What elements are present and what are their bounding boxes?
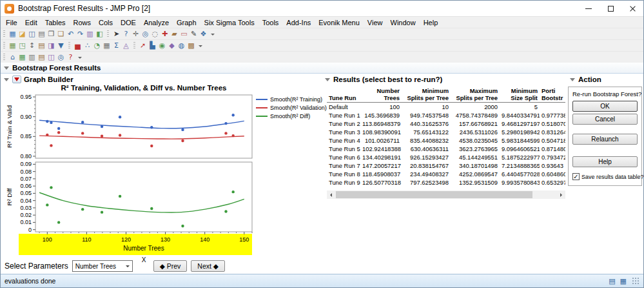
- tabulate-icon[interactable]: ▦: [102, 41, 112, 51]
- new-data-table-icon[interactable]: ▦: [8, 29, 17, 39]
- ok-button[interactable]: OK: [572, 101, 638, 112]
- toolbar-overflow-icon[interactable]: [210, 29, 216, 39]
- toolbar-overflow-icon[interactable]: [197, 41, 204, 51]
- disclosure-triangle-icon[interactable]: [4, 78, 9, 81]
- subset-icon[interactable]: ◳: [17, 41, 27, 51]
- data-table-window-icon[interactable]: ▦: [17, 52, 27, 63]
- toolbar-overflow-icon[interactable]: [77, 52, 83, 63]
- disclosure-triangle-icon[interactable]: [570, 78, 575, 81]
- contour-plot-icon[interactable]: ◍: [177, 41, 186, 51]
- script-editor-icon[interactable]: ▤: [37, 52, 46, 63]
- data-point[interactable]: [101, 135, 103, 138]
- data-point[interactable]: [181, 225, 184, 227]
- overlay-plot-icon[interactable]: ◉: [157, 41, 167, 51]
- menu-doe[interactable]: DOE: [117, 19, 140, 26]
- help-tool-icon[interactable]: ?: [121, 29, 131, 39]
- column-header[interactable]: MinimumSize Split: [500, 87, 540, 103]
- table-row[interactable]: Tune Run 4101.0026711835.440882324538.02…: [327, 136, 565, 145]
- legend-item[interactable]: Smooth(R² Training): [256, 95, 320, 103]
- table-row[interactable]: Tune Run 5102.92418388630.406363113623.2…: [327, 145, 565, 153]
- journal-icon[interactable]: ▥: [85, 29, 95, 39]
- table-row[interactable]: Tune Run 1145.3696839949.745375484758.74…: [327, 111, 565, 119]
- paste-icon[interactable]: ❏: [56, 29, 66, 39]
- toolbar-grip[interactable]: [68, 42, 70, 50]
- table-row[interactable]: Tune Run 8118.45908037234.494083274252.0…: [327, 170, 565, 178]
- data-point[interactable]: [231, 134, 234, 137]
- close-button[interactable]: [621, 1, 643, 16]
- arrange-windows-icon[interactable]: ◫: [46, 52, 56, 63]
- data-point[interactable]: [150, 145, 153, 147]
- y-axis-label[interactable]: R² Diff: [6, 188, 13, 205]
- layout-icon[interactable]: ◧: [95, 29, 104, 39]
- fit-y-by-x-icon[interactable]: ∴: [83, 41, 92, 51]
- data-point[interactable]: [150, 207, 153, 210]
- menu-window[interactable]: Window: [387, 19, 420, 26]
- column-header[interactable]: Tune Run: [327, 87, 360, 103]
- table-row[interactable]: Tune Run 3108.9839009175.651431222436.53…: [327, 128, 565, 136]
- eraser-tool-icon[interactable]: ▭: [179, 29, 189, 39]
- menu-rows[interactable]: Rows: [70, 19, 95, 26]
- y-axis-label[interactable]: R² Train & Valid: [6, 105, 13, 148]
- next-button[interactable]: Next ◆: [191, 260, 225, 272]
- data-point[interactable]: [81, 208, 84, 211]
- fit-model-icon[interactable]: Σ: [112, 41, 121, 51]
- disclosure-triangle-icon[interactable]: [325, 78, 330, 81]
- resize-grip-icon[interactable]: [632, 277, 639, 285]
- annotate-tool-icon[interactable]: ✎: [189, 29, 199, 39]
- menu-help[interactable]: Help: [420, 19, 442, 26]
- table-row[interactable]: Tune Run 9126.50770318797.625234981352.9…: [327, 178, 565, 187]
- red-triangle-menu-button[interactable]: [12, 76, 21, 83]
- join-icon[interactable]: ◨: [46, 41, 56, 51]
- summary-icon[interactable]: ▦: [8, 41, 17, 51]
- selection-tool-icon[interactable]: ❖: [199, 29, 208, 39]
- menu-cols[interactable]: Cols: [95, 19, 117, 26]
- toolbar-grip[interactable]: [107, 30, 109, 38]
- stack-icon[interactable]: ▤: [37, 41, 46, 51]
- toolbar-grip[interactable]: [133, 42, 135, 50]
- lasso-tool-icon[interactable]: ◌: [150, 29, 160, 39]
- scatterplot-3d-icon[interactable]: ◆: [167, 41, 177, 51]
- data-point[interactable]: [101, 211, 103, 213]
- maximize-button[interactable]: [600, 1, 621, 16]
- column-header[interactable]: PortiBootstr: [540, 87, 565, 103]
- undo-icon[interactable]: ↶: [66, 29, 75, 39]
- table-row[interactable]: Default1001020005: [327, 103, 565, 111]
- scroll-right-button[interactable]: [557, 190, 565, 199]
- column-header[interactable]: NumberTrees: [360, 87, 402, 103]
- prev-button[interactable]: ◆ Prev: [153, 260, 188, 272]
- plot-frame[interactable]: [35, 162, 252, 232]
- arrow-tool-icon[interactable]: ➤: [112, 29, 121, 39]
- data-point[interactable]: [150, 126, 153, 129]
- save-results-checkbox-row[interactable]: Save results data table?: [572, 173, 638, 180]
- parameter-dropdown[interactable]: Number Trees: [72, 260, 133, 272]
- relaunch-button[interactable]: Relaunch: [572, 134, 638, 145]
- data-point[interactable]: [119, 195, 121, 198]
- smooth-line[interactable]: [39, 120, 244, 129]
- data-point[interactable]: [57, 127, 60, 130]
- data-point[interactable]: [81, 121, 84, 123]
- log-window-icon[interactable]: ▥: [27, 52, 37, 63]
- crosshair-tool-icon[interactable]: ✚: [160, 29, 170, 39]
- data-filter-icon[interactable]: ▼: [56, 41, 66, 51]
- menu-tables[interactable]: Tables: [41, 19, 70, 26]
- column-header[interactable]: MaximumSplits per Tree: [451, 87, 500, 103]
- sort-icon[interactable]: ↕: [27, 41, 37, 51]
- distribution-icon[interactable]: ▅: [73, 41, 83, 51]
- data-point[interactable]: [50, 186, 52, 189]
- legend-item[interactable]: Smooth(R² Diff): [256, 112, 320, 120]
- toolbar-grip[interactable]: [3, 42, 5, 50]
- home-window-icon[interactable]: ⌂: [8, 52, 17, 63]
- disclosure-triangle-icon[interactable]: [4, 67, 9, 70]
- menu-evonik-menu[interactable]: Evonik Menu: [315, 19, 364, 26]
- cell-plot-icon[interactable]: ▩: [186, 41, 196, 51]
- copy-icon[interactable]: ❐: [46, 29, 56, 39]
- jmp-app-icon[interactable]: [5, 4, 14, 14]
- smooth-line[interactable]: [39, 192, 244, 212]
- status-grid-icon[interactable]: ▤: [609, 277, 615, 285]
- data-point[interactable]: [46, 134, 48, 136]
- open-file-icon[interactable]: ◪: [17, 29, 27, 39]
- toolbar-grip[interactable]: [3, 54, 5, 61]
- data-point[interactable]: [57, 131, 60, 134]
- menu-analyze[interactable]: Analyze: [140, 19, 173, 26]
- cancel-button[interactable]: Cancel: [572, 114, 638, 125]
